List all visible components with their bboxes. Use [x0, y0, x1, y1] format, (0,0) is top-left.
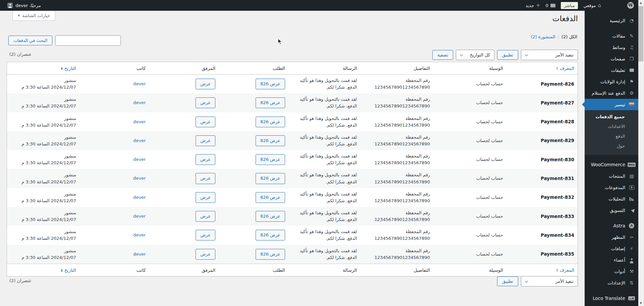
author-link[interactable]: dever — [133, 138, 146, 143]
author-link[interactable]: dever — [133, 214, 146, 219]
sidebar-item-pages[interactable]: ❐ صفحات — [585, 53, 638, 64]
sidebar-item-loco-translate[interactable]: Aت Loco Translate — [585, 293, 638, 304]
payment-id-cell: Payment-831 — [506, 169, 578, 188]
map-flag-icon: ⚑ — [628, 79, 635, 84]
translate-icon: Aت — [628, 296, 635, 300]
table-row: Payment-827 حساب لحساب رقم المحفظة 12345… — [7, 93, 578, 112]
new-content-link[interactable]: + جديد — [526, 3, 540, 8]
payment-id-cell: Payment-827 — [506, 93, 578, 112]
view-order-button[interactable]: عرض 826 — [256, 79, 285, 89]
products-box-icon: ▤ — [628, 173, 635, 179]
column-header-date[interactable]: التاريخ ▲▼ — [7, 62, 79, 75]
payment-details-cell: رقم المحفظة 12345678901234567890 — [360, 169, 433, 188]
sidebar-item-media[interactable]: ♫ وسائط — [585, 42, 638, 53]
author-link[interactable]: dever — [133, 176, 146, 181]
table-row: Payment-831 حساب لحساب رقم المحفظة 12345… — [7, 169, 578, 188]
bulk-actions-bottom: تنفيذ الأمر تطبيق — [497, 276, 578, 287]
sidebar-item-states[interactable]: ⚑ إدارة الولايات — [585, 76, 638, 87]
view-order-button[interactable]: عرض 826 — [256, 192, 285, 203]
author-link[interactable]: dever — [133, 252, 146, 257]
view-attachment-button[interactable]: عرض — [196, 135, 215, 146]
bulk-action-select[interactable]: تنفيذ الأمر — [521, 50, 578, 60]
account-menu[interactable]: مرحبًا، dever — [7, 3, 41, 8]
sidebar-item-astra[interactable]: Λ Astra — [585, 220, 638, 231]
wrench-icon: ⚒ — [628, 269, 635, 274]
view-order-button[interactable]: عرض 826 — [256, 117, 285, 127]
bulk-actions-top: تنفيذ الأمر تطبيق كل التواريخ تصفية — [432, 50, 578, 60]
sidebar-item-tayseer[interactable]: تيسير — [585, 99, 638, 110]
view-order-button[interactable]: عرض 826 — [256, 230, 285, 241]
author-link[interactable]: dever — [133, 100, 146, 105]
sidebar-item-woocommerce[interactable]: Woo WooCommerce — [585, 159, 638, 170]
view-order-button[interactable]: عرض 826 — [256, 249, 285, 260]
screen-options-button[interactable]: خيارات الشاشة ▼ — [12, 11, 55, 21]
search-input[interactable] — [55, 35, 121, 46]
view-order-button[interactable]: عرض 826 — [256, 211, 285, 222]
sidebar-item-plugins[interactable]: ⚡ إضافات — [585, 243, 638, 254]
author-link[interactable]: dever — [133, 81, 146, 86]
submenu-all-payments[interactable]: جميع الدفعات — [585, 112, 638, 122]
submenu-about[interactable]: حول — [585, 141, 638, 151]
author-link[interactable]: dever — [133, 119, 146, 124]
sidebar-item-users[interactable]: أعضاء — [585, 254, 638, 266]
sidebar-item-tools[interactable]: ⚒ أدوات — [585, 266, 638, 277]
scroll-up-arrow-icon[interactable]: ▲ — [638, 0, 644, 6]
date-cell: منشور 2024/12/07 الساعة 3:30 م — [7, 93, 79, 112]
author-link[interactable]: dever — [133, 157, 146, 162]
filter-published-link[interactable]: المنشورة (2) — [531, 34, 555, 39]
author-link[interactable]: dever — [133, 195, 146, 200]
view-order-button[interactable]: عرض 826 — [256, 97, 285, 108]
wordpress-logo-icon[interactable]: W — [627, 2, 634, 9]
submenu-settings[interactable]: الاعدادات — [585, 122, 638, 131]
payment-message-cell: لقد قمت بالتحويل وهذا هو تأكيد الدفع, شك… — [288, 150, 360, 169]
view-attachment-button[interactable]: عرض — [196, 154, 215, 165]
column-header-id[interactable]: المعرف ▲▼ — [506, 62, 578, 75]
sidebar-item-posts[interactable]: ✎ مقالات — [585, 30, 638, 42]
search-button[interactable]: البحث في الدفعات — [8, 36, 52, 46]
author-cell: dever — [79, 188, 149, 207]
filter-all-link[interactable]: الكل (2) — [561, 34, 577, 39]
view-order-button[interactable]: عرض 826 — [256, 154, 285, 165]
browser-scrollbar[interactable]: ▲ ▼ — [638, 0, 644, 306]
sidebar-item-payments[interactable]: $ المدفوعات — [585, 182, 638, 193]
submenu-payment[interactable]: الدفع — [585, 131, 638, 141]
my-site-link[interactable]: ⌂ موقعي — [583, 3, 601, 8]
live-badge[interactable]: مباشر — [561, 2, 578, 9]
sidebar-item-appearance[interactable]: ✑ المظهر — [585, 231, 638, 243]
view-order-button[interactable]: عرض 826 — [256, 173, 285, 184]
admin-bar: W ⌂ موقعي مباشر 0 + جديد مرحبًا، dever — [0, 0, 644, 11]
dashboard-icon: ◔ — [628, 18, 635, 23]
column-footer-id[interactable]: المعرف ▲▼ — [506, 264, 578, 276]
payment-details-cell: رقم المحفظة 12345678901234567890 — [360, 245, 433, 264]
sidebar-item-settings[interactable]: ⇅ الإعدادات — [585, 277, 638, 289]
scroll-down-arrow-icon[interactable]: ▼ — [638, 300, 644, 306]
apply-button-bottom[interactable]: تطبيق — [497, 276, 518, 287]
bulk-action-select-bottom[interactable]: تنفيذ الأمر — [521, 276, 578, 287]
view-attachment-button[interactable]: عرض — [196, 79, 215, 89]
sidebar-item-products[interactable]: ▤ المنتجات — [585, 170, 638, 182]
tayseer-logo-icon — [628, 102, 635, 106]
date-cell: منشور 2024/12/07 الساعة 3:30 م — [7, 75, 79, 94]
sidebar-item-cod[interactable]: ⚙ الدفع عند الإستلام — [585, 87, 638, 99]
view-order-button[interactable]: عرض 826 — [256, 135, 285, 146]
sidebar-item-analytics[interactable]: التحليلات — [585, 193, 638, 205]
view-attachment-button[interactable]: عرض — [196, 230, 215, 241]
table-header: المعرف ▲▼ الوسيلة التفاصيل الرسالة الطلب… — [7, 62, 578, 75]
sidebar-item-dashboard[interactable]: ◔ الرئيسية — [585, 15, 638, 26]
sidebar-item-comments[interactable]: تعليقات — [585, 64, 638, 76]
view-attachment-button[interactable]: عرض — [196, 117, 215, 127]
dates-filter-select[interactable]: كل التواريخ — [456, 50, 494, 60]
sidebar-item-label: إدارة الولايات — [600, 79, 625, 84]
filter-button[interactable]: تصفية — [432, 50, 453, 60]
comments-link[interactable]: 0 — [546, 3, 555, 8]
view-attachment-button[interactable]: عرض — [196, 192, 215, 203]
author-link[interactable]: dever — [133, 232, 146, 237]
sidebar-item-marketing[interactable]: التسويق — [585, 205, 638, 216]
apply-button[interactable]: تطبيق — [497, 50, 518, 60]
view-attachment-button[interactable]: عرض — [196, 211, 215, 222]
view-attachment-button[interactable]: عرض — [196, 249, 215, 260]
scrollbar-thumb[interactable] — [638, 6, 643, 61]
column-footer-date[interactable]: التاريخ ▲▼ — [7, 264, 79, 276]
view-attachment-button[interactable]: عرض — [196, 97, 215, 108]
view-attachment-button[interactable]: عرض — [196, 173, 215, 184]
